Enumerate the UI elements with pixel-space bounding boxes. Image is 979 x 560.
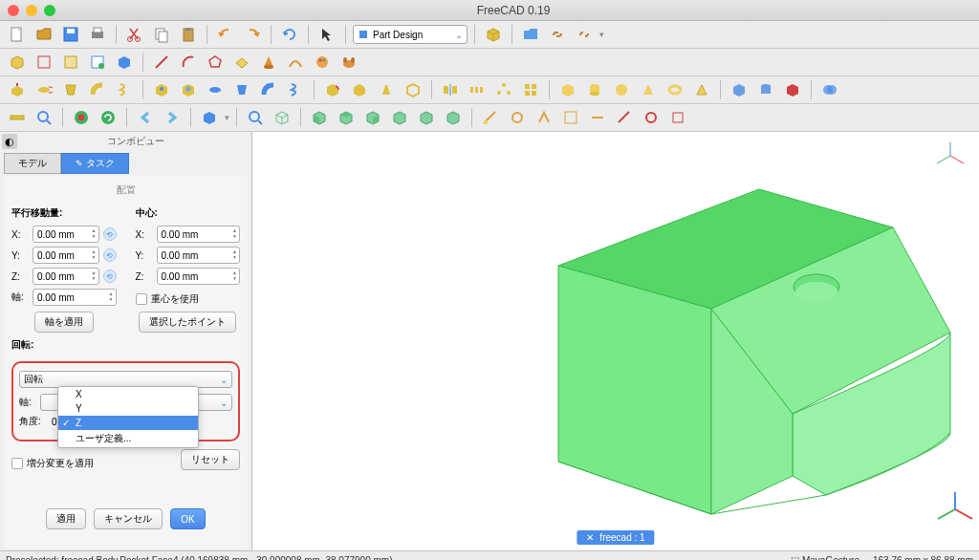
box-part-icon[interactable] <box>482 23 505 46</box>
chamfer-icon[interactable] <box>348 78 371 101</box>
axis-option-user[interactable]: ユーザ定義... <box>58 430 198 447</box>
fit-all-icon[interactable] <box>244 106 267 129</box>
measure1-icon[interactable] <box>479 106 502 129</box>
sweep-icon[interactable] <box>86 78 109 101</box>
translation-axis-input[interactable]: 0.00 mm▲▼ <box>33 289 117 306</box>
orientation-widget-top[interactable] <box>937 142 964 163</box>
copy-icon[interactable] <box>150 23 173 46</box>
tab-task[interactable]: タスク <box>61 153 129 174</box>
sketch-edit-icon[interactable] <box>59 51 82 74</box>
view-bottom-icon[interactable] <box>415 106 438 129</box>
revolve-icon[interactable] <box>33 78 55 101</box>
arc-icon[interactable] <box>177 51 200 74</box>
view-rear-icon[interactable] <box>388 106 411 129</box>
linear-pattern-icon[interactable] <box>466 78 489 101</box>
prim-cylinder-icon[interactable] <box>583 78 606 101</box>
link-icon[interactable] <box>546 23 569 46</box>
sketch-new-icon[interactable] <box>33 51 55 74</box>
prim-torus-icon[interactable] <box>664 78 686 101</box>
nav-stop-icon[interactable] <box>70 106 93 129</box>
cut-icon[interactable] <box>123 23 146 46</box>
center-z-input[interactable]: 0.00 mm▲▼ <box>157 268 241 285</box>
use-centroid-checkbox[interactable]: 重心を使用 <box>136 292 241 306</box>
measure-red2-icon[interactable] <box>640 106 663 129</box>
reset-x-icon[interactable]: ⟲ <box>103 227 117 241</box>
pocket-icon[interactable] <box>150 78 173 101</box>
measure2-icon[interactable] <box>506 106 529 129</box>
body-create-icon[interactable] <box>6 51 29 74</box>
multi-transform-icon[interactable] <box>519 78 542 101</box>
cone-icon[interactable] <box>257 51 280 74</box>
draft-icon[interactable] <box>375 78 398 101</box>
redo-icon[interactable] <box>241 23 264 46</box>
select-cursor-icon[interactable] <box>315 23 338 46</box>
nav-style[interactable]: ⬚ MayaGesture <box>791 555 859 560</box>
polygon-icon[interactable] <box>204 51 227 74</box>
subtractive-sweep-icon[interactable] <box>257 78 280 101</box>
prim-sphere-icon[interactable] <box>610 78 633 101</box>
cancel-button[interactable]: キャンセル <box>94 508 163 529</box>
polar-pattern-icon[interactable] <box>492 78 515 101</box>
axis-option-z[interactable]: Z <box>58 416 198 430</box>
link-break-icon[interactable] <box>573 23 596 46</box>
center-x-input[interactable]: 0.00 mm▲▼ <box>157 226 241 243</box>
dog-icon[interactable] <box>337 51 360 74</box>
loft-icon[interactable] <box>59 78 82 101</box>
new-file-icon[interactable] <box>6 23 29 46</box>
document-tab[interactable]: ✕ freecad : 1 <box>577 530 654 545</box>
incremental-checkbox[interactable]: 増分変更を適用 <box>11 457 94 470</box>
fillet-icon[interactable] <box>321 78 344 101</box>
measure-red3-icon[interactable] <box>666 106 689 129</box>
tab-model[interactable]: モデル <box>4 153 61 174</box>
view-left-icon[interactable] <box>442 106 465 129</box>
undo-icon[interactable] <box>214 23 237 46</box>
sub-sphere-icon[interactable] <box>781 78 804 101</box>
center-y-input[interactable]: 0.00 mm▲▼ <box>157 247 241 264</box>
line-icon[interactable] <box>150 51 173 74</box>
axis-option-y[interactable]: Y <box>58 401 198 416</box>
zoom-icon[interactable] <box>33 106 55 129</box>
apply-axis-button[interactable]: 軸を適用 <box>34 312 94 333</box>
bezier-icon[interactable] <box>284 51 307 74</box>
translation-y-input[interactable]: 0.00 mm▲▼ <box>33 247 99 264</box>
model-body[interactable] <box>558 189 950 514</box>
close-window-button[interactable] <box>8 5 19 16</box>
view-right-icon[interactable] <box>361 106 384 129</box>
minimize-window-button[interactable] <box>26 5 37 16</box>
plane-icon[interactable] <box>230 51 253 74</box>
view-front-icon[interactable] <box>308 106 331 129</box>
panel-toggle-icon[interactable]: ◐ <box>2 134 17 149</box>
measure3-icon[interactable] <box>533 106 555 129</box>
prim-cone2-icon[interactable] <box>637 78 660 101</box>
translation-x-input[interactable]: 0.00 mm▲▼ <box>33 226 99 243</box>
folder-blue-icon[interactable] <box>519 23 542 46</box>
apply-button[interactable]: 適用 <box>46 508 86 529</box>
measure5-icon[interactable] <box>586 106 609 129</box>
prim-prism-icon[interactable] <box>690 78 713 101</box>
pad-icon[interactable] <box>6 78 29 101</box>
measure-red1-icon[interactable] <box>613 106 636 129</box>
sub-cylinder-icon[interactable] <box>754 78 777 101</box>
orientation-widget-bottom[interactable] <box>938 492 972 519</box>
palette-icon[interactable] <box>311 51 334 74</box>
arrow-right-icon[interactable] <box>161 106 184 129</box>
measure-icon[interactable] <box>6 106 29 129</box>
print-icon[interactable] <box>86 23 109 46</box>
selected-point-button[interactable]: 選択したポイント <box>139 312 236 333</box>
translation-z-input[interactable]: 0.00 mm▲▼ <box>33 268 99 285</box>
wireframe-icon[interactable] <box>271 106 294 129</box>
sub-box-icon[interactable] <box>728 78 751 101</box>
mirror-feature-icon[interactable] <box>439 78 462 101</box>
maximize-window-button[interactable] <box>44 5 55 16</box>
groove-icon[interactable] <box>204 78 227 101</box>
hole-icon[interactable] <box>177 78 200 101</box>
boolean-icon[interactable] <box>818 78 841 101</box>
ok-button[interactable]: OK <box>170 508 205 529</box>
open-file-icon[interactable] <box>33 23 55 46</box>
axis-option-x[interactable]: X <box>58 387 198 401</box>
thickness-icon[interactable] <box>402 78 424 101</box>
subtractive-loft-icon[interactable] <box>230 78 253 101</box>
workbench-selector[interactable]: Part Design ⌄ <box>353 25 468 44</box>
subtractive-helix-icon[interactable] <box>284 78 307 101</box>
viewport-3d[interactable]: ✕ freecad : 1 <box>252 132 979 550</box>
